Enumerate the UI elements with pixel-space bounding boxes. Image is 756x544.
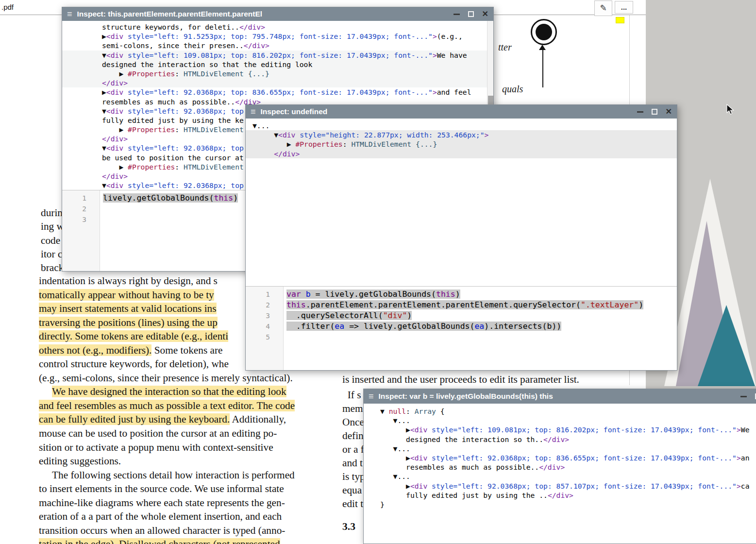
expand-toggle-icon[interactable]: ▼ bbox=[274, 131, 278, 139]
seg-kw: this bbox=[436, 289, 455, 299]
line-number-gutter: 123 bbox=[62, 190, 100, 272]
expand-toggle-icon[interactable]: ▶ bbox=[102, 32, 106, 40]
seg-def: ea bbox=[335, 322, 344, 331]
pdf-text-line: and t bbox=[342, 456, 365, 470]
seg-hl: others not (e.g., modifiers). bbox=[39, 344, 151, 356]
seg-plain bbox=[380, 444, 393, 453]
seg-str: "left: 92.0368px; top bbox=[153, 181, 244, 189]
pdf-text-line: itor c bbox=[41, 247, 64, 261]
pdf-text-line: defin bbox=[342, 429, 365, 442]
window-title: Inspect: undefined bbox=[261, 107, 328, 116]
maximize-icon[interactable] bbox=[652, 109, 657, 115]
object-tree-view[interactable]: ▼ null: Array { ▼... ▶<div style="left: … bbox=[364, 404, 756, 544]
expand-toggle-icon[interactable]: ▶ bbox=[406, 482, 410, 490]
seg-v: .querySelectorAll( bbox=[286, 311, 383, 320]
window-titlebar[interactable]: ≡ Inspect: undefined ✕ bbox=[246, 105, 677, 119]
seg-v: ) bbox=[638, 300, 643, 309]
ellipsis-icon: ... bbox=[621, 3, 627, 11]
expand-toggle-icon[interactable]: ▶ bbox=[119, 163, 128, 171]
selected-text: .querySelectorAll("div") bbox=[286, 311, 412, 320]
seg-hl: may insert statements at valid locations… bbox=[39, 303, 217, 314]
seg-v: ).intersects(b)) bbox=[484, 322, 561, 331]
pdf-text-line: ing w bbox=[41, 220, 64, 233]
expand-toggle-icon[interactable]: ▼ bbox=[102, 144, 106, 152]
window-titlebar[interactable]: ≡ Inspect: var b = lively.getGlobalBound… bbox=[364, 389, 756, 404]
seg-hl: tomatically appear without having to be … bbox=[39, 289, 214, 301]
annotate-pencil-button[interactable]: ✎ bbox=[594, 0, 612, 16]
line bbox=[284, 332, 677, 342]
seg-attr: style= bbox=[295, 131, 325, 139]
window-titlebar[interactable]: ≡ Inspect: this.parentElement.parentElem… bbox=[62, 7, 493, 21]
seg-attr: style= bbox=[123, 144, 153, 152]
seg-text: fully edited just by using the .. bbox=[406, 491, 548, 499]
window-menu-icon[interactable]: ≡ bbox=[369, 392, 374, 401]
expand-toggle-icon[interactable]: ▼ bbox=[102, 51, 106, 59]
seg-tag: </div> bbox=[102, 79, 128, 87]
line: ▶<div style="left: 109.081px; top: 816.2… bbox=[364, 425, 756, 434]
close-icon[interactable]: ✕ bbox=[482, 10, 488, 18]
line: eration of a a part of the whole element… bbox=[39, 510, 295, 525]
seg-tag: > bbox=[433, 88, 437, 96]
figure-end-event-fill bbox=[536, 24, 552, 40]
line-number: 1 bbox=[246, 289, 270, 300]
seg-plain: eration of a a part of the whole element… bbox=[39, 510, 282, 522]
seg-plain: editing suggestions. bbox=[39, 455, 121, 467]
expand-toggle-icon[interactable]: ▶ bbox=[102, 88, 106, 96]
window-menu-icon[interactable]: ≡ bbox=[67, 10, 72, 18]
line-number: 3 bbox=[246, 310, 270, 321]
seg-type: HTMLDivElement {...} bbox=[351, 140, 437, 148]
dom-tree-view[interactable]: ▼... ▼<div style="height: 22.877px; widt… bbox=[246, 119, 677, 286]
seg-str: "left: 92.0368px; top: 836.655px; font-s… bbox=[457, 454, 737, 462]
seg-tag: </div> bbox=[102, 135, 128, 143]
seg-text: resembles as much as possible.. bbox=[102, 98, 235, 106]
pdf-text-line: is inserted and the user proceeds to edi… bbox=[342, 374, 579, 386]
seg-type: HTMLDivElement bbox=[184, 163, 244, 171]
expand-toggle-icon[interactable]: ▼ bbox=[380, 407, 389, 415]
expand-toggle-icon[interactable]: ▶ bbox=[119, 125, 128, 134]
selected-text: lively.getGlobalBounds(this) bbox=[103, 193, 238, 203]
seg-plain: sition or to activate a popup menu with … bbox=[39, 442, 273, 453]
line-number: 1 bbox=[62, 193, 86, 204]
seg-tag: > bbox=[737, 482, 741, 490]
expand-toggle-icon[interactable]: ▶ bbox=[406, 454, 410, 462]
line: resembles as much as possible..</div> bbox=[364, 462, 756, 472]
line: ▼... bbox=[364, 444, 756, 453]
seg-str: "height: 22.877px; width: 253.466px;" bbox=[325, 131, 484, 139]
maximize-icon[interactable] bbox=[468, 11, 474, 17]
seg-tag: <div bbox=[106, 181, 123, 189]
inspector-window-3: ≡ Inspect: var b = lively.getGlobalBound… bbox=[363, 389, 756, 544]
seg-plain bbox=[380, 416, 393, 425]
code-editor[interactable]: 12345 var b = lively.getGlobalBounds(thi… bbox=[246, 286, 677, 371]
minimize-icon[interactable] bbox=[740, 396, 747, 397]
seg-plain: (e.g., semi-colons, since their presence… bbox=[39, 372, 293, 384]
seg-v: lively.getGlobalBounds( bbox=[103, 193, 214, 203]
expand-toggle-icon[interactable]: ▶ bbox=[287, 140, 296, 148]
seg-tag: <div bbox=[106, 32, 123, 40]
seg-plain bbox=[380, 472, 393, 480]
pdf-text-line: is typ bbox=[342, 470, 365, 483]
seg-plain: : bbox=[175, 163, 184, 171]
expand-toggle-icon[interactable]: ▶ bbox=[406, 425, 410, 434]
seg-text: be used to position the cursor at bbox=[102, 153, 244, 162]
expand-toggle-icon[interactable]: ▼ bbox=[102, 181, 106, 189]
seg-prop: #Properties bbox=[128, 163, 175, 171]
code-editor-lines[interactable]: var b = lively.getGlobalBounds(this)this… bbox=[284, 287, 677, 371]
line: fully edited just by using the ..</div> bbox=[364, 491, 756, 500]
close-icon[interactable]: ✕ bbox=[666, 108, 672, 116]
more-options-button[interactable]: ... bbox=[615, 1, 633, 14]
line: this.parentElement.parentElement.parentE… bbox=[284, 300, 677, 310]
seg-tag: </div> bbox=[548, 491, 573, 499]
minimize-icon[interactable] bbox=[637, 111, 643, 113]
expand-toggle-icon[interactable]: ▶ bbox=[119, 69, 128, 78]
seg-tag: </div> bbox=[543, 435, 569, 443]
pdf-text-line: durin bbox=[41, 206, 64, 220]
window-menu-icon[interactable]: ≡ bbox=[251, 107, 256, 116]
yellow-highlight-swatch[interactable] bbox=[616, 17, 624, 23]
expand-toggle-icon[interactable]: ▼ bbox=[102, 107, 106, 115]
seg-plain: to insert elements in the source code. W… bbox=[39, 483, 284, 494]
seg-v bbox=[301, 289, 306, 299]
seg-hl: directly. Some tokens are editable (e.g.… bbox=[39, 330, 228, 342]
minimize-icon[interactable] bbox=[454, 14, 460, 15]
expand-toggle-icon[interactable]: ▼ bbox=[252, 121, 257, 130]
seg-tag: <div bbox=[106, 51, 123, 59]
